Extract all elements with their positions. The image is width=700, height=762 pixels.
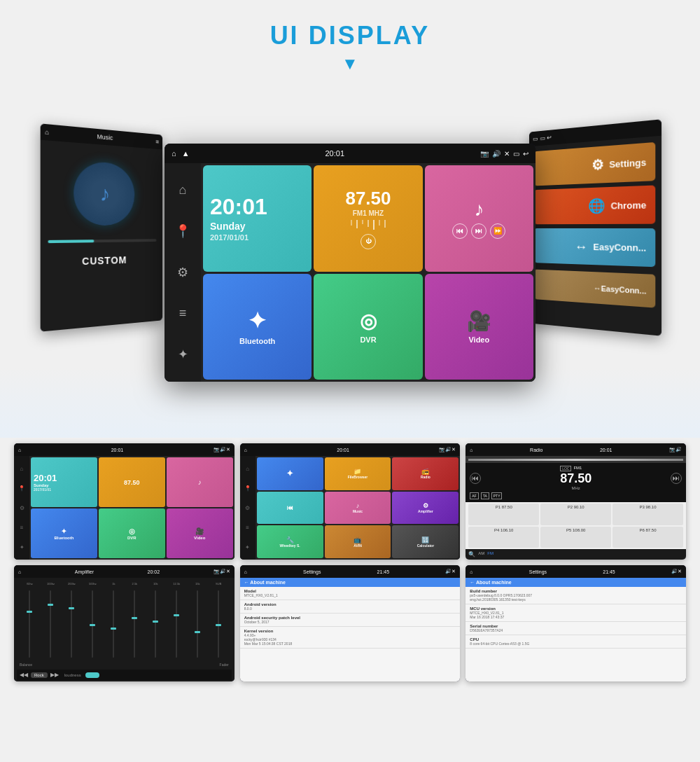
sc6-title: About machine: [476, 580, 512, 585]
sc3-home-icon: ⌂: [470, 448, 472, 452]
sc5-item-3: Android security patch level October 5, …: [240, 614, 461, 627]
time-tile[interactable]: 20:01 Sunday 2017/01/01: [203, 165, 312, 272]
sc3-prev-btn[interactable]: ⏮: [470, 473, 481, 484]
sc3-p3[interactable]: P3 98.10: [612, 504, 683, 525]
sc2-radio-label: Radio: [421, 475, 430, 479]
fm-label: FM1 MHZ: [353, 209, 384, 217]
nav-settings-icon[interactable]: ⚙: [177, 265, 188, 280]
sc4-statusbar: ⌂ Amplifier 20:02 📷🔊✕: [14, 565, 234, 578]
sc3-p5[interactable]: P5 108.00: [540, 527, 611, 548]
sc4-balance-row: Balance Fader: [17, 663, 232, 667]
sc1-dvr-label: DVR: [127, 536, 136, 540]
sc5-time: 21:45: [377, 569, 390, 574]
sc1-date: 2017/01/01: [34, 487, 51, 492]
sc2-prev-icon: ⏮: [287, 504, 293, 511]
sc4-slider-1: [20, 587, 40, 661]
sc4-slider-thumb-3[interactable]: [69, 607, 74, 609]
sc2-nav4: ≡: [246, 525, 249, 531]
sc2-music-tile: ♪ Music: [325, 492, 391, 525]
sc4-slider-thumb-7[interactable]: [153, 621, 158, 623]
sc5-header: ← About machine: [240, 578, 461, 587]
sc3-freq-unit: MHz: [560, 486, 592, 490]
sc1-nav5: ✦: [20, 544, 24, 550]
sc4-eq-labels: 60hz 100hz 200hz 500hz 1k 2.5k 10k 12.5k…: [17, 581, 232, 586]
music-tile[interactable]: ♪ ⏮ ⏭ ⏩: [425, 165, 533, 272]
video-tile[interactable]: 🎥 Video: [425, 274, 533, 380]
sc3-p4[interactable]: P4 106.10: [468, 527, 539, 548]
sc3-statusbar: ⌂ Radio 20:01 📷🔊: [465, 443, 686, 456]
sc5-body: ← About machine Model MTCE_HX0_V2.81_1 A…: [240, 578, 461, 681]
sc5-item4-value3: Mon Mar 5 15:04:38 CST 2018: [244, 642, 456, 646]
sc2-calc-label: Calculator: [417, 543, 434, 548]
chrome-btn[interactable]: 🌐 Chrome: [534, 185, 655, 224]
sc4-slider-thumb-9[interactable]: [195, 631, 200, 633]
left-statusbar-icons: ≡: [155, 138, 159, 145]
center-content-grid: 20:01 Sunday 2017/01/01 87.50 FM1 MHZ: [201, 163, 536, 382]
sc3-p1[interactable]: P1 87.50: [468, 504, 539, 525]
sc4-slider-thumb-6[interactable]: [132, 617, 137, 619]
sc3-mode-btns: AF TA PTY: [470, 492, 682, 499]
header-arrow: ▼: [0, 54, 700, 74]
settings-btn[interactable]: ⚙ Settings: [534, 142, 655, 186]
sc2-content: ✦ 📁 FileBrowser 📻 Radio ⏮ ♪ Music: [255, 456, 461, 560]
sc4-next-nav[interactable]: ▶▶: [50, 672, 59, 678]
sc3-p6[interactable]: P6 87.50: [612, 527, 683, 548]
fm-frequency: 87.50: [345, 188, 391, 209]
sc4-preset-rock[interactable]: Rock: [31, 672, 48, 678]
sc2-avin-tile: 📺 AVIN: [325, 525, 391, 558]
sc2-amp-icon: ⚙: [423, 502, 428, 509]
fm-power-btn[interactable]: ⏻: [360, 234, 376, 249]
sc5-item1-value: MTCE_HX0_V2.81_1: [244, 593, 456, 597]
sc4-label-200hz: 200hz: [62, 582, 82, 586]
sc1-time-tile: 20:01 Sunday 2017/01/01: [31, 457, 97, 507]
sc4-slider-track-2: [50, 590, 51, 657]
sc4-fader-label: Fader: [220, 663, 229, 667]
sc3-p2[interactable]: P2 90.10: [540, 504, 611, 525]
ff-btn[interactable]: ⏩: [490, 223, 505, 239]
sc1-dvr-tile: ◎ DVR: [99, 508, 165, 558]
sc4-slider-track-1: [29, 590, 30, 657]
sc1-fm-tile: 87.50: [99, 457, 165, 507]
video-label: Video: [468, 335, 489, 344]
easyconn-btn[interactable]: ↔ EasyConn...: [534, 228, 655, 267]
sc4-slider-10: [209, 587, 229, 661]
sc4-slider-thumb-5[interactable]: [111, 628, 116, 630]
sc1-music-tile: ♪: [167, 457, 233, 507]
bluetooth-tile[interactable]: ✦ Bluetooth: [203, 274, 312, 380]
sc6-icons: 🔊✕: [671, 569, 682, 574]
sc4-slider-thumb-4[interactable]: [90, 624, 95, 626]
sc4-slider-track-7: [155, 590, 156, 657]
easyconn2-btn-icon: ↔: [594, 284, 601, 293]
dvr-tile[interactable]: ◎ DVR: [314, 274, 422, 380]
statusbar-time: 20:01: [326, 149, 345, 158]
sc3-ta-btn[interactable]: TA: [481, 492, 489, 499]
sc3-af-btn[interactable]: AF: [470, 492, 478, 499]
sc6-back-btn[interactable]: ←: [470, 580, 476, 585]
sc4-slider-8: [167, 587, 187, 661]
sc2-home-icon: ⌂: [244, 448, 247, 452]
nav-home-icon[interactable]: ⌂: [179, 183, 187, 198]
screenshot-5: ⌂ Settings 21:45 🔊✕ ← About machine Mode…: [240, 565, 461, 681]
sc4-slider-thumb-8[interactable]: [174, 614, 179, 616]
nav-equalizer-icon[interactable]: ≡: [179, 306, 187, 321]
nav-location-icon[interactable]: 📍: [175, 223, 190, 239]
prev-btn[interactable]: ⏮: [452, 223, 468, 239]
fm-tile[interactable]: 87.50 FM1 MHZ ⏻: [314, 165, 422, 272]
fm-controls: ⏻: [360, 234, 376, 249]
right-device-content: ⚙ Settings 🌐 Chrome ↔ EasyConn... ↔ Easy…: [529, 136, 662, 336]
sc4-loudness-toggle[interactable]: [85, 672, 99, 678]
next-btn[interactable]: ⏭: [471, 223, 486, 239]
sc4-prev-nav[interactable]: ◀◀: [20, 672, 28, 678]
sc3-icons: 📷🔊: [669, 447, 682, 452]
sc1-statusbar: ⌂ 20:01 📷🔊✕: [14, 443, 234, 456]
sc3-freq-bar: [465, 456, 686, 463]
nav-gear-icon[interactable]: ✦: [178, 347, 188, 362]
sc5-label: Settings: [303, 569, 321, 574]
easyconn2-btn[interactable]: ↔ EasyConn...: [534, 270, 655, 308]
sc3-next-btn[interactable]: ⏭: [671, 473, 682, 484]
sc4-slider-thumb-2[interactable]: [48, 604, 53, 606]
sc4-slider-thumb-10[interactable]: [216, 624, 221, 626]
sc3-pty-btn[interactable]: PTY: [491, 492, 503, 499]
sc4-slider-2: [41, 587, 61, 661]
sc4-slider-thumb-1[interactable]: [27, 611, 32, 613]
